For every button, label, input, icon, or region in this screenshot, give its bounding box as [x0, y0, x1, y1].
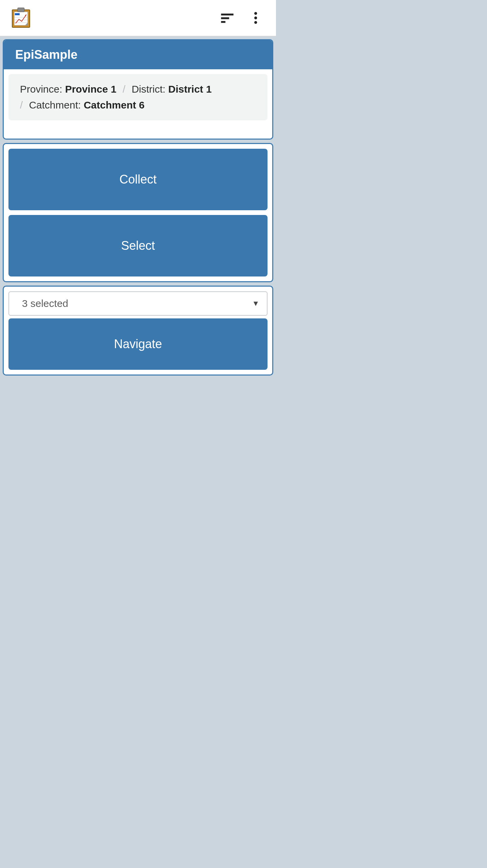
clipboard-chart-icon: [10, 7, 32, 29]
breadcrumb-district-value: District 1: [168, 83, 212, 95]
actions-card: Collect Select: [3, 143, 273, 282]
selection-dropdown[interactable]: 3 selected ▼: [8, 291, 268, 316]
collect-button[interactable]: Collect: [8, 149, 268, 210]
app-bar: [0, 0, 276, 37]
svg-point-13: [254, 17, 257, 19]
navigate-card: 3 selected ▼ Navigate: [3, 286, 273, 376]
svg-point-14: [254, 21, 257, 24]
more-vert-icon[interactable]: [246, 8, 266, 28]
selection-dropdown-value: 3 selected: [22, 298, 68, 309]
breadcrumb-separator: /: [20, 99, 26, 111]
page-title: EpiSample: [4, 40, 272, 69]
breadcrumb-province-label: Province:: [20, 83, 65, 95]
select-button[interactable]: Select: [8, 215, 268, 276]
breadcrumb-catchment-label: Catchment:: [29, 99, 84, 111]
svg-point-12: [254, 12, 257, 15]
svg-rect-11: [221, 21, 226, 23]
svg-rect-2: [18, 8, 24, 12]
svg-rect-3: [15, 13, 20, 15]
navigate-button[interactable]: Navigate: [8, 318, 268, 370]
breadcrumb-catchment-value: Catchment 6: [84, 99, 144, 111]
svg-rect-10: [221, 17, 229, 19]
breadcrumb-province-value: Province 1: [65, 83, 116, 95]
breadcrumb-separator: /: [119, 83, 129, 95]
svg-rect-9: [221, 14, 234, 16]
location-card: EpiSample Province: Province 1 / Distric…: [3, 39, 273, 140]
sort-icon[interactable]: [217, 8, 237, 28]
breadcrumb: Province: Province 1 / District: Distric…: [8, 74, 268, 120]
chevron-down-icon: ▼: [252, 299, 259, 308]
breadcrumb-district-label: District:: [132, 83, 168, 95]
